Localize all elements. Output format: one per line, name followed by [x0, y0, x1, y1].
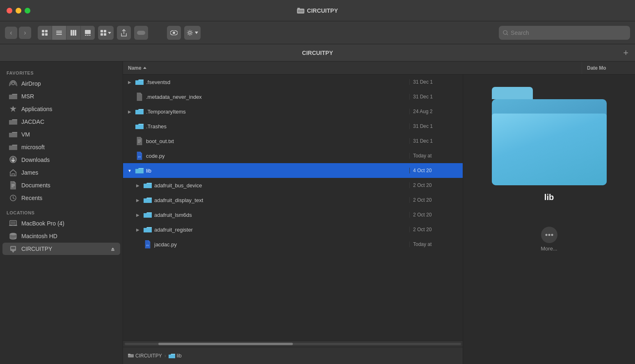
sidebar-item-label: James — [21, 169, 38, 176]
sidebar-item-documents[interactable]: Documents — [2, 179, 120, 191]
sidebar-item-vm[interactable]: VM — [2, 128, 120, 141]
svg-rect-51 — [138, 141, 141, 141]
sidebar-item-label: Documents — [21, 182, 50, 189]
eject-icon — [110, 246, 115, 251]
expand-arrow[interactable]: ▶ — [135, 182, 141, 189]
svg-rect-48 — [111, 250, 114, 251]
file-row-adafruit_bus_device[interactable]: ▶ adafruit_bus_device 2 Oct 20 — [123, 178, 463, 193]
preview-more-button[interactable] — [541, 227, 557, 243]
file-date: 4 Oct 20 — [409, 168, 463, 173]
expand-arrow[interactable]: ▶ — [135, 226, 141, 233]
expand-arrow[interactable]: ▼ — [126, 167, 133, 174]
file-row-codepy[interactable]: py code.py Today at — [123, 148, 463, 163]
view-grid-button[interactable] — [38, 26, 52, 40]
preview-folder-name: lib — [544, 193, 554, 202]
sidebar-item-macintosh-hd[interactable]: Macintosh HD — [2, 230, 120, 242]
settings-button[interactable] — [184, 26, 201, 40]
scrollbar-thumb[interactable] — [158, 343, 293, 345]
search-input[interactable] — [511, 30, 626, 36]
svg-rect-1 — [297, 8, 300, 9]
maximize-button[interactable] — [25, 8, 30, 14]
col-header-date[interactable]: Date Mo — [582, 61, 635, 74]
folder-icon — [144, 211, 152, 219]
breadcrumb-item-circuitpy[interactable]: CIRCUITPY — [128, 353, 162, 359]
file-row-adafruit_display_text[interactable]: ▶ adafruit_display_text 2 Oct 20 — [123, 193, 463, 207]
file-row-lib[interactable]: ▼ lib 4 Oct 20 — [123, 163, 463, 178]
sidebar-item-downloads[interactable]: Downloads — [2, 154, 120, 166]
expand-arrow[interactable]: ▶ — [135, 212, 141, 218]
group-button[interactable] — [98, 26, 114, 40]
sidebar-item-james[interactable]: James — [2, 166, 120, 179]
svg-rect-20 — [104, 33, 106, 36]
view-gallery-button[interactable] — [81, 26, 95, 40]
expand-arrow[interactable]: ▶ — [135, 197, 141, 203]
sidebar-item-recents[interactable]: Recents — [2, 192, 120, 204]
folder-tab — [492, 87, 533, 99]
file-row-jacdacpy[interactable]: py jacdac.py Today at — [123, 237, 463, 252]
file-name: code.py — [146, 153, 406, 159]
sidebar-item-microsoft[interactable]: microsoft — [2, 141, 120, 153]
file-row-fseventsd[interactable]: ▶ .fseventsd 31 Dec 1 — [123, 75, 463, 89]
back-button[interactable]: ‹ — [5, 27, 17, 39]
svg-rect-44 — [11, 247, 15, 249]
chevron-down-icon — [108, 31, 111, 34]
sidebar-item-macbook[interactable]: MacBook Pro (4) — [2, 217, 120, 230]
file-icon — [135, 137, 144, 145]
file-row-content: .metadata_never_index — [123, 93, 409, 101]
file-name: jacdac.py — [154, 241, 406, 248]
sidebar-item-circuitpy[interactable]: CIRCUITPY — [2, 243, 120, 255]
file-row-bootout[interactable]: boot_out.txt 31 Dec 1 — [123, 134, 463, 148]
file-row-content: ▶ .fseventsd — [123, 78, 409, 86]
view-mode-group — [38, 26, 95, 40]
view-column-button[interactable] — [66, 26, 80, 40]
col-header-name[interactable]: Name — [123, 61, 582, 74]
breadcrumb-item-lib[interactable]: lib — [169, 353, 182, 359]
file-row-tempitems[interactable]: ▶ .TemporaryItems 24 Aug 2 — [123, 104, 463, 119]
expand-arrow[interactable]: ▶ — [126, 108, 133, 115]
tag-icon — [137, 30, 145, 35]
file-row-adafruit_register[interactable]: ▶ adafruit_register 2 Oct 20 — [123, 222, 463, 237]
svg-text:py: py — [138, 155, 141, 158]
file-row-metadata[interactable]: .metadata_never_index 31 Dec 1 — [123, 89, 463, 104]
minimize-button[interactable] — [16, 8, 21, 14]
scrollbar-track[interactable] — [125, 343, 461, 345]
sidebar-item-applications[interactable]: Applications — [2, 103, 120, 115]
file-row-trashes[interactable]: .Trashes 31 Dec 1 — [123, 119, 463, 134]
svg-rect-4 — [45, 30, 48, 32]
search-box[interactable] — [499, 26, 630, 40]
file-date: 24 Aug 2 — [409, 109, 463, 114]
forward-button[interactable]: › — [19, 27, 31, 39]
sidebar-item-label: microsoft — [21, 144, 45, 150]
column-header: Name Date Mo — [123, 61, 635, 75]
svg-point-42 — [15, 238, 16, 239]
svg-rect-46 — [13, 252, 14, 253]
view-list-button[interactable] — [52, 26, 66, 40]
file-date: 31 Dec 1 — [409, 123, 463, 129]
file-row-content: boot_out.txt — [123, 137, 409, 145]
close-button[interactable] — [7, 8, 12, 14]
svg-point-27 — [503, 30, 507, 34]
share-button[interactable] — [117, 26, 131, 40]
svg-rect-15 — [87, 35, 89, 36]
svg-rect-36 — [11, 221, 16, 224]
breadcrumb-sep-1: › — [164, 353, 166, 359]
tag-button[interactable] — [134, 26, 148, 40]
scrollbar-area[interactable] — [123, 340, 463, 347]
file-row-adafruit_lsm6ds[interactable]: ▶ adafruit_lsm6ds 2 Oct 20 — [123, 207, 463, 222]
svg-rect-19 — [101, 33, 103, 36]
sidebar-item-airdrop[interactable]: AirDrop — [2, 77, 120, 90]
sidebar-item-label: Macintosh HD — [21, 233, 57, 239]
favorites-label: Favorites — [0, 65, 123, 77]
folder-icon — [9, 92, 17, 100]
sort-icon — [143, 66, 146, 70]
svg-point-24 — [173, 32, 175, 34]
svg-rect-9 — [56, 34, 62, 35]
add-button[interactable]: + — [623, 48, 628, 57]
sidebar-item-msr[interactable]: MSR — [2, 90, 120, 102]
preview-button[interactable] — [167, 26, 181, 40]
laptop-icon — [9, 219, 17, 228]
sidebar-item-jacdac[interactable]: JACDAC — [2, 116, 120, 128]
svg-rect-5 — [42, 33, 44, 36]
file-date: Today at — [409, 241, 463, 247]
expand-arrow[interactable]: ▶ — [126, 79, 133, 85]
